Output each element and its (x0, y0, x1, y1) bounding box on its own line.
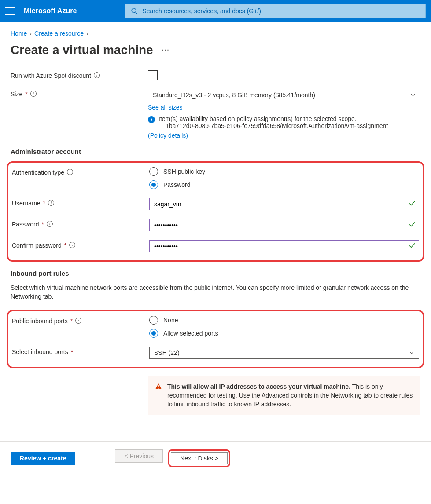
username-label: Username (12, 200, 41, 207)
hamburger-menu-icon[interactable] (5, 7, 15, 15)
radio-icon (149, 316, 158, 325)
page-title: Create a virtual machine (11, 43, 153, 57)
chevron-right-icon: › (86, 30, 88, 37)
chevron-right-icon: › (29, 30, 32, 37)
search-icon (131, 7, 138, 15)
policy-info-line2: 1ba712d0-8089-7ba5-e106-fe759dfda658/Mic… (166, 122, 388, 129)
required-asterisk: * (41, 221, 44, 228)
spot-discount-checkbox[interactable] (148, 70, 158, 80)
info-icon[interactable]: i (30, 91, 37, 97)
review-create-button[interactable]: Review + create (11, 452, 75, 465)
size-dropdown[interactable]: Standard_D2s_v3 - 2 vcpus, 8 GiB memory … (148, 89, 420, 101)
auth-type-password-radio[interactable]: Password (149, 180, 419, 189)
auth-password-label: Password (163, 181, 190, 188)
select-inbound-ports-dropdown[interactable]: SSH (22) (149, 347, 419, 359)
inbound-ports-warning: This will allow all IP addresses to acce… (148, 376, 420, 415)
search-box[interactable] (125, 4, 426, 18)
checkmark-icon (409, 200, 416, 208)
info-icon[interactable]: i (94, 72, 100, 78)
warning-icon (155, 383, 162, 409)
see-all-sizes-link[interactable]: See all sizes (148, 104, 183, 111)
size-label: Size (11, 91, 22, 98)
select-inbound-ports-value: SSH (22) (154, 349, 180, 356)
breadcrumb: Home › Create a resource › (11, 30, 420, 37)
size-value: Standard_D2s_v3 - 2 vcpus, 8 GiB memory … (153, 91, 315, 99)
admin-account-heading: Administrator account (11, 148, 420, 155)
chevron-down-icon (409, 350, 414, 355)
auth-type-ssh-radio[interactable]: SSH public key (149, 167, 419, 176)
next-button-highlight: Next : Disks > (168, 449, 230, 467)
top-bar: Microsoft Azure (0, 0, 431, 22)
info-icon[interactable]: i (67, 169, 73, 175)
required-asterisk: * (70, 318, 73, 325)
next-disks-button[interactable]: Next : Disks > (171, 452, 228, 464)
inbound-port-rules-desc: Select which virtual machine network por… (11, 283, 420, 301)
breadcrumb-home[interactable]: Home (11, 30, 27, 37)
spot-discount-label: Run with Azure Spot discount (11, 72, 91, 79)
ports-none-radio[interactable]: None (149, 316, 419, 325)
ports-none-label: None (163, 317, 178, 324)
admin-account-highlight: Authentication type i SSH public key Pas… (7, 161, 424, 262)
inbound-port-rules-heading: Inbound port rules (11, 270, 420, 277)
public-inbound-ports-label: Public inbound ports (12, 318, 68, 325)
brand-label[interactable]: Microsoft Azure (24, 7, 77, 15)
policy-details-link[interactable]: (Policy details) (148, 132, 188, 139)
svg-line-1 (136, 12, 137, 14)
svg-rect-2 (158, 385, 159, 387)
select-inbound-ports-label: Select inbound ports (12, 348, 68, 355)
required-asterisk: * (71, 348, 73, 355)
warning-strong: This will allow all IP addresses to acce… (167, 383, 350, 390)
radio-icon (149, 167, 158, 176)
required-asterisk: * (64, 242, 66, 249)
info-icon[interactable]: i (47, 221, 53, 227)
auth-ssh-label: SSH public key (163, 168, 205, 175)
info-icon[interactable]: i (69, 242, 75, 248)
info-icon: i (148, 116, 155, 123)
radio-checked-icon (149, 329, 158, 338)
confirm-password-input[interactable] (149, 240, 419, 252)
previous-button[interactable]: < Previous (115, 449, 163, 463)
required-asterisk: * (25, 91, 27, 98)
password-input[interactable] (149, 219, 419, 231)
ports-allow-radio[interactable]: Allow selected ports (149, 329, 419, 338)
password-label: Password (12, 221, 39, 228)
auth-type-label: Authentication type (12, 169, 64, 176)
required-asterisk: * (43, 200, 45, 207)
search-input[interactable] (142, 7, 420, 15)
breadcrumb-create-resource[interactable]: Create a resource (34, 30, 84, 37)
ports-allow-label: Allow selected ports (163, 330, 218, 337)
checkmark-icon (409, 221, 416, 230)
info-icon[interactable]: i (48, 200, 54, 206)
radio-checked-icon (149, 180, 158, 189)
checkmark-icon (409, 242, 416, 251)
info-icon[interactable]: i (75, 318, 81, 324)
svg-rect-3 (158, 388, 159, 389)
chevron-down-icon (410, 92, 416, 98)
inbound-ports-highlight: Public inbound ports * i None Allow sele… (7, 310, 424, 368)
footer-bar: Review + create < Previous Next : Disks … (0, 441, 431, 475)
svg-point-0 (132, 8, 136, 13)
policy-info-line1: Item(s) availability based on policy ass… (158, 115, 388, 122)
more-actions-icon[interactable]: ··· (162, 47, 170, 54)
confirm-password-label: Confirm password (12, 242, 62, 249)
username-input[interactable] (149, 198, 419, 210)
